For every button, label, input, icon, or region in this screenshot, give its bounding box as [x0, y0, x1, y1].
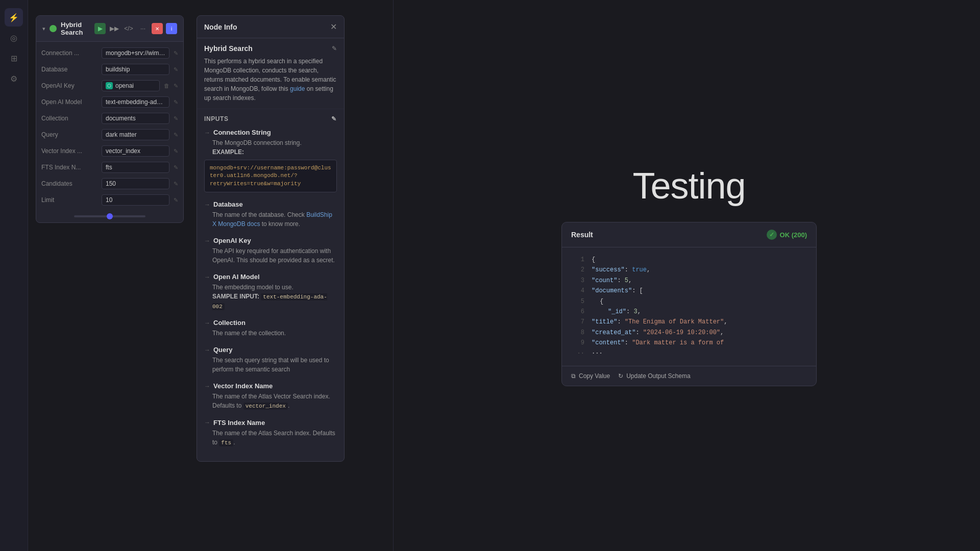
field-value-candidates[interactable]: 150 — [102, 178, 169, 189]
input-name-fts: FTS Index Name — [213, 419, 265, 427]
update-schema-label: Update Output Schema — [626, 372, 690, 380]
field-label-query: Query — [41, 131, 97, 138]
field-label-database: Database — [41, 66, 97, 73]
line-content-9: "content": "Dark matter is a form of — [592, 338, 724, 348]
sidebar-btn-2[interactable]: ◎ — [5, 29, 23, 47]
input-item-database-header: → Database — [204, 201, 337, 208]
input-item-query: → Query The search query string that wil… — [204, 346, 337, 374]
edit-candidates-icon[interactable]: ✎ — [174, 181, 178, 187]
code-line-1: 1 { — [562, 255, 816, 265]
input-item-vector-index-header: → Vector Index Name — [204, 382, 337, 390]
sidebar-btn-1[interactable]: ⚡ — [5, 8, 23, 27]
edit-openai-icon[interactable]: ✎ — [174, 83, 178, 89]
update-schema-btn[interactable]: ↻ Update Output Schema — [618, 372, 690, 380]
inputs-section: INPUTS ✎ → Connection String The MongoDB… — [197, 109, 344, 461]
info-panel: Node Info ✕ Hybrid Search ✎ This perform… — [197, 15, 345, 462]
line-content-5: { — [592, 296, 603, 307]
line-content-6: "_id": 3, — [592, 307, 641, 317]
result-status-icon: ✓ — [767, 230, 777, 240]
node-panel: ▾ Hybrid Search ▶ ▶▶ </> ··· ✕ i Connect… — [36, 15, 184, 223]
edit-collection-icon[interactable]: ✎ — [174, 115, 178, 122]
input-name-connection: Connection String — [213, 129, 271, 136]
field-label-vector-index: Vector Index ... — [41, 147, 97, 155]
right-area: Testing Result ✓ OK (200) 1 { 2 "success… — [398, 0, 980, 551]
input-item-openai-key: → OpenAI Key The API key required for au… — [204, 237, 337, 265]
delete-openai-icon[interactable]: 🗑 — [164, 83, 169, 89]
collapse-icon[interactable]: ▾ — [42, 26, 45, 32]
openai-icon: ⬡ — [106, 82, 113, 89]
line-num-4: 4 — [570, 286, 584, 296]
more-btn[interactable]: ··· — [137, 23, 149, 34]
testing-title: Testing — [632, 165, 745, 207]
field-value-vector-index[interactable]: vector_index — [102, 145, 169, 157]
node-slider[interactable] — [74, 215, 145, 217]
line-content-7: "title": "The Enigma of Dark Matter", — [592, 317, 727, 327]
field-label-openai-key: OpenAI Key — [41, 82, 97, 89]
edit-vector-index-icon[interactable]: ✎ — [174, 148, 178, 155]
input-item-vector-index: → Vector Index Name The name of the Atla… — [204, 382, 337, 411]
sidebar-btn-4[interactable]: ⚙ — [5, 69, 23, 88]
line-num-6: 6 — [570, 307, 584, 317]
result-label: Result — [571, 231, 593, 239]
field-openai-model: Open AI Model text-embedding-ada-002 ✎ — [36, 94, 183, 110]
field-value-openai-model[interactable]: text-embedding-ada-002 — [102, 96, 169, 108]
edit-openai-model-icon[interactable]: ✎ — [174, 99, 178, 106]
line-num-ellipsis: ·· — [570, 348, 584, 359]
guide-link[interactable]: guide — [290, 85, 305, 92]
sidebar-btn-3[interactable]: ⊞ — [5, 49, 23, 67]
copy-value-btn[interactable]: ⧉ Copy Value — [571, 372, 610, 380]
input-name-query: Query — [213, 346, 233, 354]
field-label-collection: Collection — [41, 115, 97, 122]
input-item-connection-header: → Connection String — [204, 129, 337, 136]
code-line-3: 3 "count": 5, — [562, 276, 816, 286]
edit-limit-icon[interactable]: ✎ — [174, 197, 178, 204]
field-vector-index: Vector Index ... vector_index ✎ — [36, 143, 183, 159]
input-item-database: → Database The name of the database. Che… — [204, 201, 337, 229]
edit-database-icon[interactable]: ✎ — [174, 66, 178, 73]
field-value-connection[interactable]: mongodb+srv://wimukt... — [102, 47, 169, 59]
field-label-candidates: Candidates — [41, 180, 97, 187]
edit-connection-icon[interactable]: ✎ — [174, 50, 178, 57]
result-panel: Result ✓ OK (200) 1 { 2 "success": true,… — [561, 222, 817, 386]
field-value-openai-key[interactable]: ⬡ openai — [102, 80, 160, 91]
field-value-query[interactable]: dark matter — [102, 129, 169, 140]
input-name-vector-index: Vector Index Name — [213, 382, 273, 390]
buildship-link[interactable]: BuildShip X MongoDB docs — [212, 211, 332, 228]
run-btn[interactable]: ▶ — [94, 23, 106, 34]
code-line-9: 9 "content": "Dark matter is a form of — [562, 338, 816, 348]
code-line-8: 8 "created_at": "2024-06-19 10:20:00", — [562, 328, 816, 338]
info-panel-close-btn[interactable]: ✕ — [330, 22, 337, 32]
field-value-fts-index[interactable]: fts — [102, 162, 169, 173]
edit-fts-index-icon[interactable]: ✎ — [174, 164, 178, 171]
input-name-openai-model: Open AI Model — [213, 273, 260, 281]
line-num-5: 5 — [570, 296, 584, 307]
field-label-connection: Connection ... — [41, 49, 97, 57]
info-description: This performs a hybrid search in a speci… — [204, 57, 337, 103]
node-title: Hybrid Search — [61, 21, 90, 36]
info-section-header: Hybrid Search ✎ — [204, 44, 337, 53]
close-node-btn[interactable]: ✕ — [152, 23, 163, 34]
field-value-limit[interactable]: 10 — [102, 194, 169, 206]
input-desc-openai-model: The embedding model to use.SAMPLE INPUT:… — [204, 283, 337, 311]
code-btn[interactable]: </> — [123, 23, 134, 34]
code-line-6: 6 "_id": 3, — [562, 307, 816, 317]
info-section-edit-icon[interactable]: ✎ — [332, 45, 337, 52]
field-value-database[interactable]: buildship — [102, 64, 169, 75]
field-value-collection[interactable]: documents — [102, 113, 169, 124]
run-all-btn[interactable]: ▶▶ — [109, 23, 120, 34]
line-content-4: "documents": [ — [592, 286, 643, 296]
line-num-3: 3 — [570, 276, 584, 286]
line-content-2: "success": true, — [592, 265, 650, 275]
code-line-5: 5 { — [562, 296, 816, 307]
node-panel-header: ▾ Hybrid Search ▶ ▶▶ </> ··· ✕ i — [36, 16, 183, 42]
node-slider-thumb[interactable] — [107, 213, 113, 219]
inputs-edit-icon[interactable]: ✎ — [331, 115, 337, 122]
info-panel-title: Node Info — [204, 23, 237, 31]
copy-value-label: Copy Value — [579, 372, 610, 380]
code-line-4: 4 "documents": [ — [562, 286, 816, 296]
edit-query-icon[interactable]: ✎ — [174, 132, 178, 138]
input-example-connection: mongodb+srv://username:password@cluster0… — [204, 160, 337, 192]
info-btn[interactable]: i — [166, 23, 177, 34]
line-content-8: "created_at": "2024-06-19 10:20:00", — [592, 328, 724, 338]
input-name-collection: Collection — [213, 319, 246, 327]
